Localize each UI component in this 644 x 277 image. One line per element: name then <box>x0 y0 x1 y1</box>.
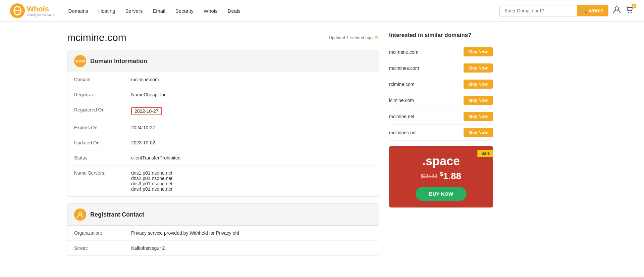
new-price: $1.88 <box>440 171 461 182</box>
expires-on-value: 2024-10-27 <box>131 125 155 130</box>
similar-domain-name-2: mcimines.com <box>389 65 419 71</box>
nameservers-label: Name Servers: <box>74 170 131 176</box>
domain-info-card-header: WWW Domain Information <box>67 50 379 72</box>
nav-servers[interactable]: Servers <box>121 5 147 16</box>
nameservers-value: dns1.p01.nsone.net dns2.p01.nsone.net dn… <box>131 170 172 192</box>
nav-hosting[interactable]: Hosting <box>94 5 119 16</box>
updated-on-value: 2023-10-02 <box>131 140 155 145</box>
domain-value: mcimine.com <box>131 77 159 82</box>
similar-domain-name-6: mcimines.net <box>389 130 417 135</box>
similar-domain-5: mcimine.net Buy Now <box>389 108 493 125</box>
banner-buy-button[interactable]: BUY NOW <box>416 187 467 201</box>
registrant-person-icon <box>74 209 86 221</box>
status-value: clientTransferProhibited <box>131 155 180 160</box>
svg-point-5 <box>631 12 632 13</box>
domain-row: Domain: mcimine.com <box>67 72 379 87</box>
cart-icon[interactable]: 0 <box>625 5 634 16</box>
updated-info: Updated 1 second ago ↻ <box>329 35 379 41</box>
status-label: Status: <box>74 155 131 160</box>
nameservers-row: Name Servers: dns1.p01.nsone.net dns2.p0… <box>67 166 379 196</box>
domain-info-title: Domain Information <box>90 58 147 65</box>
similar-domain-name-5: mcimine.net <box>389 114 414 119</box>
registrant-body: Organization: Privacy service provided b… <box>67 226 379 256</box>
sidebar-title: Interested in similar domains? <box>389 32 493 39</box>
similar-domain-name-3: rcimine.com <box>389 82 414 87</box>
organization-label: Organization: <box>74 230 131 236</box>
similar-domain-1: mci-mine.com Buy Now <box>389 44 493 60</box>
buy-now-btn-5[interactable]: Buy Now <box>464 112 493 121</box>
old-price: $29.88 <box>421 173 437 179</box>
updated-on-label: Updated On: <box>74 140 131 145</box>
svg-point-4 <box>628 12 629 13</box>
similar-domain-name-1: mci-mine.com <box>389 49 418 55</box>
main-content: mcimine.com Updated 1 second ago ↻ WWW D… <box>0 22 503 273</box>
user-account-icon[interactable] <box>612 5 621 16</box>
svg-point-6 <box>79 212 82 215</box>
search-button[interactable]: 🔍 WHOIS <box>577 5 608 16</box>
svg-point-3 <box>615 7 619 10</box>
logo-text: Whois Identity for everyone <box>27 5 54 17</box>
buy-now-btn-4[interactable]: Buy Now <box>464 96 493 105</box>
search-bar: 🔍 WHOIS <box>499 5 608 16</box>
registrar-row: Registrar: NameCheap, Inc. <box>67 87 379 102</box>
refresh-icon[interactable]: ↻ <box>375 35 379 41</box>
nav-security[interactable]: Security <box>171 5 198 16</box>
expires-on-row: Expires On: 2024-10-27 <box>67 120 379 135</box>
registered-on-label: Registered On: <box>74 107 131 112</box>
search-magnifier-icon: 🔍 <box>582 8 587 13</box>
ns-4: dns4.p01.nsone.net <box>131 186 172 192</box>
ns-1: dns1.p01.nsone.net <box>131 170 172 176</box>
sale-banner: Sale .space $29.88 $1.88 BUY NOW <box>389 146 493 207</box>
updated-on-row: Updated On: 2023-10-02 <box>67 135 379 150</box>
buy-now-btn-3[interactable]: Buy Now <box>464 80 493 89</box>
nav-email[interactable]: Email <box>149 5 169 16</box>
street-label: Street: <box>74 245 131 251</box>
organization-value: Privacy service provided by Withheld for… <box>131 230 239 236</box>
price-row: $29.88 $1.88 <box>396 171 486 182</box>
similar-domain-name-4: lcimine.com <box>389 98 414 103</box>
domain-info-body: Domain: mcimine.com Registrar: NameCheap… <box>67 72 379 196</box>
logo-whois-label: Whois <box>27 5 54 13</box>
logo[interactable]: Whois Identity for everyone <box>10 3 54 18</box>
nav-whois[interactable]: Whois <box>200 5 222 16</box>
search-input[interactable] <box>500 5 577 16</box>
registrar-label: Registrar: <box>74 92 131 97</box>
cart-badge: 0 <box>632 4 636 8</box>
registered-on-row: Registered On: 2022-10-27 <box>67 102 379 120</box>
expires-on-label: Expires On: <box>74 125 131 130</box>
logo-icon <box>10 3 25 18</box>
domain-info-card: WWW Domain Information Domain: mcimine.c… <box>67 50 379 197</box>
search-btn-label: WHOIS <box>589 8 603 13</box>
similar-domain-3: rcimine.com Buy Now <box>389 76 493 92</box>
space-domain-ext: .space <box>396 154 486 168</box>
buy-now-btn-2[interactable]: Buy Now <box>464 63 493 73</box>
ns-3: dns3.p01.nsone.net <box>131 181 172 186</box>
header: Whois Identity for everyone Domains Host… <box>0 0 644 22</box>
buy-now-btn-1[interactable]: Buy Now <box>464 47 493 56</box>
nav-deals[interactable]: Deals <box>224 5 245 16</box>
domain-www-icon: WWW <box>74 55 86 67</box>
header-right: 🔍 WHOIS 0 <box>499 5 634 16</box>
registrar-value: NameCheap, Inc. <box>131 92 168 97</box>
similar-domain-6: mcimines.net Buy Now <box>389 125 493 141</box>
nav-domains[interactable]: Domains <box>64 5 92 16</box>
buy-now-btn-6[interactable]: Buy Now <box>464 128 493 137</box>
content-area: mcimine.com Updated 1 second ago ↻ WWW D… <box>67 32 379 263</box>
domain-label: Domain: <box>74 77 131 82</box>
ns-2: dns2.p01.nsone.net <box>131 176 172 181</box>
registrant-title: Registrant Contact <box>90 211 144 218</box>
street-value: Kalkofnsvegur 2 <box>131 245 165 251</box>
logo-tagline: Identity for everyone <box>27 13 54 17</box>
page-header: mcimine.com Updated 1 second ago ↻ <box>67 32 379 43</box>
page-title: mcimine.com <box>67 32 126 43</box>
street-row: Street: Kalkofnsvegur 2 <box>67 241 379 256</box>
main-nav: Domains Hosting Servers Email Security W… <box>64 5 499 16</box>
registrant-contact-card: Registrant Contact Organization: Privacy… <box>67 203 379 256</box>
similar-domain-4: lcimine.com Buy Now <box>389 92 493 108</box>
sale-tag: Sale <box>477 150 493 157</box>
sidebar: Interested in similar domains? mci-mine.… <box>389 32 493 263</box>
status-row: Status: clientTransferProhibited <box>67 150 379 166</box>
similar-domain-2: mcimines.com Buy Now <box>389 60 493 76</box>
registered-on-value: 2022-10-27 <box>131 107 162 115</box>
organization-row: Organization: Privacy service provided b… <box>67 226 379 241</box>
